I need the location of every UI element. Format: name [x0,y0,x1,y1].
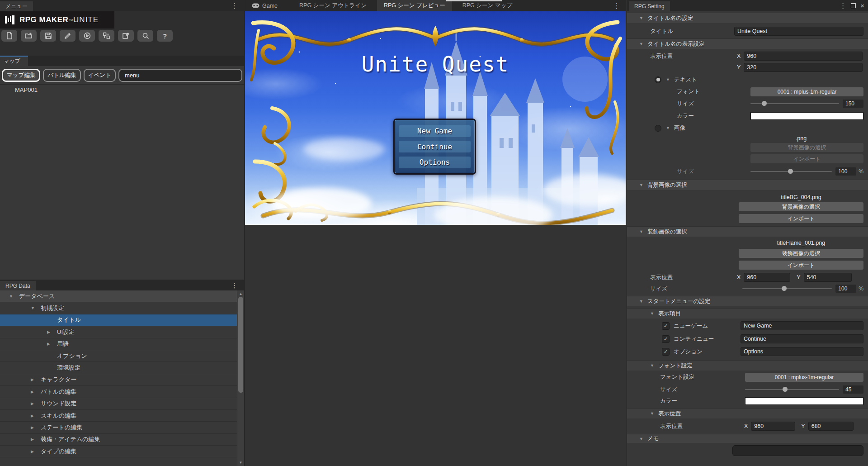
tree-item-skill-edit[interactable]: ▶スキルの編集 [0,410,237,422]
text-radio[interactable] [655,76,661,83]
tab-rpg-scene-preview[interactable]: RPG シーン プレビュー [377,0,452,11]
size-value-input[interactable]: 150 [843,100,863,108]
slider-thumb[interactable] [788,169,793,174]
section-background-image[interactable]: ▼背景画像の選択 [627,180,868,190]
font-select-button[interactable]: 0001 : mplus-1m-regular [750,87,863,96]
new-file-button[interactable] [1,30,17,42]
size-slider[interactable] [750,103,839,104]
chevron-right-icon[interactable]: ▶ [31,449,41,454]
image-size-value-input[interactable]: 100 [835,167,856,176]
tab-rpg-scene-map[interactable]: RPG シーン マップ [456,0,519,11]
play-button[interactable] [79,30,95,42]
options-input[interactable]: Options [741,347,863,356]
subsection-display-items[interactable]: ▼表示項目 [627,308,868,319]
tab-rpg-setting[interactable]: RPG Setting [629,1,670,11]
menu-item-continue[interactable]: Continue [399,141,471,152]
title-y-input[interactable]: 320 [744,63,863,72]
note-edit-button[interactable] [118,30,134,42]
scroll-down-icon[interactable]: ▼ [237,461,244,465]
title-input[interactable]: Unite Quest [734,27,863,36]
map-edit-button[interactable]: マップ編集 [2,69,40,82]
menu-size-slider[interactable] [745,389,839,390]
chevron-down-icon[interactable]: ▼ [650,311,654,316]
continue-checkbox[interactable]: ✓ [662,335,670,343]
tree-item-battle-edit[interactable]: ▶バトルの編集 [0,386,237,398]
menu-color-swatch[interactable] [745,397,863,405]
section-title-name[interactable]: ▼タイトル名の設定 [627,13,868,23]
sprite-sheet-button[interactable] [99,30,114,42]
help-button[interactable]: ? [157,30,173,42]
chevron-down-icon[interactable]: ▼ [639,183,643,187]
search-button[interactable] [137,30,153,42]
menu-item-new-game[interactable]: New Game [399,125,471,137]
chevron-right-icon[interactable]: ▶ [47,342,57,346]
options-checkbox[interactable]: ✓ [662,348,670,356]
tree-item-ui-settings[interactable]: ▶UI設定 [0,326,237,338]
more-icon[interactable]: ⋮ [231,2,238,9]
chevron-right-icon[interactable]: ▶ [31,401,41,406]
image-radio[interactable] [655,125,661,132]
deco-size-value-input[interactable]: 100 [835,285,856,293]
tree-item-title[interactable]: タイトル [0,314,237,326]
chevron-right-icon[interactable]: ▶ [31,414,41,418]
close-icon[interactable]: × [860,2,864,10]
image-select-button[interactable]: 背景画像の選択 [750,143,863,152]
more-icon[interactable]: ⋮ [231,282,238,289]
tree-item-characters[interactable]: ▶キャラクター [0,374,237,386]
tree-item-database[interactable]: ▼データベース [0,290,237,302]
bg-import-button[interactable]: インポート [739,214,863,223]
deco-y-input[interactable]: 540 [804,273,852,282]
deco-x-input[interactable]: 960 [744,273,790,282]
menu-x-input[interactable]: 960 [751,422,795,431]
more-icon[interactable]: ⋮ [840,2,846,9]
battle-edit-button[interactable]: バトル編集 [43,69,80,82]
tree-item-state-edit[interactable]: ▶ステートの編集 [0,422,237,433]
title-x-input[interactable]: 960 [744,52,863,61]
new-game-checkbox[interactable]: ✓ [662,322,670,330]
chevron-right-icon[interactable]: ▶ [31,425,41,430]
tab-game[interactable]: Game [245,0,284,11]
color-swatch[interactable] [750,112,863,120]
subsection-font-settings[interactable]: ▼フォント設定 [627,360,868,371]
subsection-display-position[interactable]: ▼表示位置 [627,408,868,418]
tree-scrollbar[interactable]: ▲ ▼ [237,290,244,466]
edit-button[interactable] [60,30,75,42]
chevron-down-icon[interactable]: ▼ [650,411,654,416]
section-title-display[interactable]: ▼タイトル名の表示設定 [627,38,868,49]
menu-font-select-button[interactable]: 0001 : mplus-1m-regular [745,373,863,382]
float-window-icon[interactable] [851,3,856,8]
tab-map[interactable]: マップ [0,56,28,66]
slider-thumb[interactable] [762,101,767,106]
tree-item-options[interactable]: オプション [0,350,237,362]
chevron-down-icon[interactable]: ▼ [639,299,643,304]
menu-item-options[interactable]: Options [399,157,471,168]
chevron-down-icon[interactable]: ▼ [639,437,643,441]
bg-select-button[interactable]: 背景画像の選択 [739,202,863,211]
chevron-down-icon[interactable]: ▼ [639,229,643,234]
tree-item-type-edit[interactable]: ▶タイプの編集 [0,446,237,457]
chevron-down-icon[interactable]: ▼ [650,363,654,368]
tab-rpg-data[interactable]: RPG Data [0,281,36,291]
chevron-right-icon[interactable]: ▶ [47,330,57,334]
scroll-up-icon[interactable]: ▲ [237,292,244,296]
event-button[interactable]: イベント [84,69,116,82]
chevron-down-icon[interactable]: ▼ [666,126,670,130]
tree-item-terms[interactable]: ▶用語 [0,338,237,350]
map-list-item[interactable]: MAP001 [15,86,38,93]
memo-input[interactable] [732,445,863,456]
slider-thumb[interactable] [782,286,787,291]
tree-item-environment[interactable]: 環境設定 [0,362,237,374]
chevron-right-icon[interactable]: ▶ [31,390,41,394]
menu-y-input[interactable]: 680 [808,422,854,431]
tree-item-equipment-item-edit[interactable]: ▶装備・アイテムの編集 [0,434,237,446]
scrollbar-thumb[interactable] [238,297,243,393]
section-memo[interactable]: ▼メモ [627,434,868,443]
deco-import-button[interactable]: インポート [739,261,863,270]
chevron-down-icon[interactable]: ▼ [639,42,643,46]
tree-item-initial-settings[interactable]: ▼初期設定 [0,302,237,314]
tab-menu[interactable]: メニュー [0,1,33,11]
chevron-down-icon[interactable]: ▼ [31,306,41,310]
menu-size-value-input[interactable]: 45 [843,385,863,394]
tab-rpg-scene-outline[interactable]: RPG シーン アウトライン [292,0,373,11]
open-folder-button[interactable] [21,30,37,42]
